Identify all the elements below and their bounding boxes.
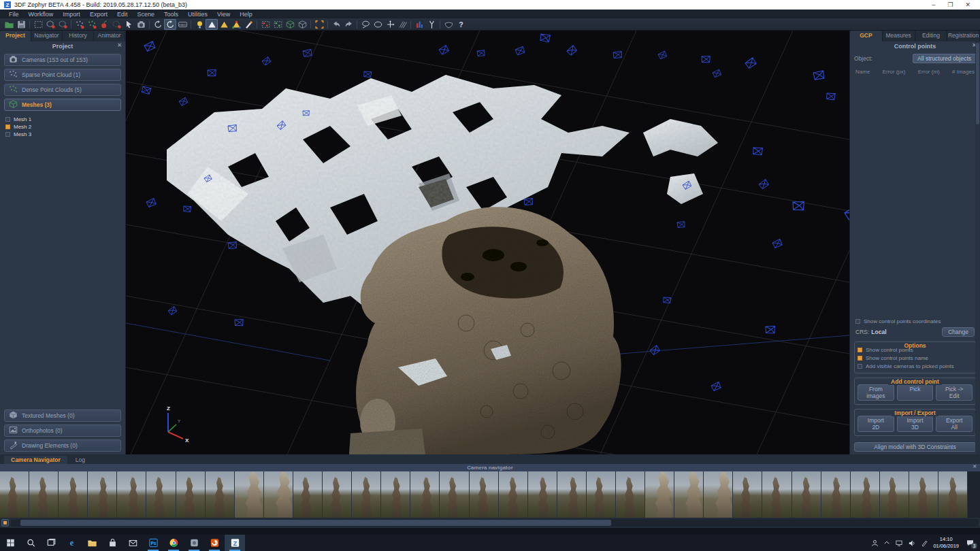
object-dropdown[interactable]: All structured objects bbox=[913, 54, 976, 63]
menu-tools[interactable]: Tools bbox=[159, 11, 183, 18]
histogram-icon[interactable] bbox=[413, 19, 425, 30]
mesh-shaded-icon[interactable] bbox=[218, 19, 230, 30]
camera-marker[interactable] bbox=[662, 295, 672, 305]
camera-thumbnail[interactable] bbox=[59, 471, 88, 518]
camera-thumbnail[interactable] bbox=[557, 471, 587, 518]
cameras-153-out-of-153--button[interactable]: Cameras (153 out of 153) bbox=[4, 54, 121, 66]
camera-thumbnail[interactable] bbox=[88, 471, 117, 518]
thumbnail-scrollbar[interactable] bbox=[11, 519, 979, 527]
orthophotos-0--button[interactable]: Orthophotos (0) bbox=[4, 424, 121, 437]
camera-marker[interactable] bbox=[566, 45, 577, 56]
open-project-icon[interactable] bbox=[3, 19, 15, 30]
camera-thumbnail[interactable] bbox=[293, 471, 323, 518]
menu-import[interactable]: Import bbox=[58, 11, 85, 18]
sparse-point-cloud-1--button[interactable]: Sparse Point Cloud (1) bbox=[4, 69, 121, 81]
camera-thumbnail[interactable] bbox=[762, 471, 791, 518]
mesh-visibility-checkbox[interactable] bbox=[5, 124, 10, 129]
menu-export[interactable]: Export bbox=[85, 11, 112, 18]
dense-point-clouds-5--button[interactable]: Dense Point Clouds (5) bbox=[4, 84, 121, 96]
search-button[interactable] bbox=[20, 535, 41, 551]
tray-chevron-icon[interactable] bbox=[883, 539, 890, 546]
camera-marker[interactable] bbox=[844, 206, 849, 220]
camera-marker[interactable] bbox=[227, 240, 238, 250]
menu-edit[interactable]: Edit bbox=[112, 11, 133, 18]
option-checkbox[interactable] bbox=[858, 356, 862, 361]
menu-file[interactable]: File bbox=[4, 11, 24, 18]
camera-thumbnail[interactable] bbox=[733, 471, 762, 518]
bounding-box-icon[interactable] bbox=[32, 19, 44, 30]
mesh-list-item[interactable]: Mesh 1 bbox=[5, 116, 120, 122]
dense-cloud-icon[interactable] bbox=[8, 84, 18, 95]
camera-marker[interactable] bbox=[438, 45, 449, 55]
mesh-flat-icon[interactable] bbox=[206, 19, 218, 30]
drawing-elements-icon[interactable] bbox=[8, 440, 18, 451]
camera-thumbnail[interactable] bbox=[938, 471, 968, 518]
camera-marker[interactable] bbox=[233, 318, 244, 328]
camera-thumbnail[interactable] bbox=[587, 471, 616, 518]
people-icon[interactable] bbox=[871, 539, 879, 547]
camera-thumbnail[interactable] bbox=[470, 471, 499, 518]
column-header[interactable]: # Images bbox=[952, 69, 975, 75]
camera-thumbnail[interactable] bbox=[29, 471, 59, 518]
transform-gizmo-icon[interactable] bbox=[384, 19, 396, 30]
import-3d-button[interactable]: Import 3D bbox=[897, 416, 934, 432]
import-2d-button[interactable]: Import 2D bbox=[858, 416, 894, 432]
control-points-list[interactable] bbox=[850, 78, 980, 317]
align-model-button[interactable]: Align model with 3D Constraints bbox=[854, 442, 976, 452]
camera-marker[interactable] bbox=[146, 198, 156, 207]
camera-thumbnail[interactable] bbox=[616, 471, 645, 518]
camera-marker[interactable] bbox=[476, 49, 486, 57]
sparse-cloud-icon[interactable] bbox=[8, 69, 18, 80]
chrome-app[interactable] bbox=[163, 535, 184, 551]
pen-icon[interactable] bbox=[921, 539, 928, 547]
camera-marker[interactable] bbox=[363, 69, 373, 79]
mesh-wire-icon[interactable] bbox=[284, 19, 296, 30]
paint-brush-icon[interactable] bbox=[242, 19, 255, 30]
dock-tab-camera-navigator[interactable]: Camera Navigator bbox=[4, 456, 67, 464]
camera-marker[interactable] bbox=[649, 345, 661, 356]
taskbar-clock[interactable]: 14:10 01/06/2019 bbox=[933, 536, 959, 550]
pick-button[interactable]: Pick bbox=[897, 384, 934, 401]
option-checkbox[interactable] bbox=[858, 364, 862, 369]
camera-thumbnail[interactable] bbox=[381, 471, 410, 518]
select-points-green-icon[interactable] bbox=[86, 19, 98, 30]
camera-marker[interactable] bbox=[144, 41, 155, 51]
help-icon[interactable]: ? bbox=[455, 19, 467, 30]
mesh-visibility-checkbox[interactable] bbox=[5, 117, 10, 122]
export-all-button[interactable]: Export All bbox=[936, 416, 973, 432]
meshes-icon[interactable] bbox=[8, 99, 18, 110]
mask-icon[interactable] bbox=[442, 19, 455, 30]
tab-navigator[interactable]: Navigator bbox=[31, 31, 63, 41]
camera-thumbnail[interactable] bbox=[176, 471, 206, 518]
snapshot-camera-icon[interactable] bbox=[135, 19, 147, 30]
camera-thumbnail[interactable] bbox=[528, 471, 557, 518]
undo-icon[interactable] bbox=[330, 19, 342, 30]
spiral-app[interactable] bbox=[204, 535, 225, 551]
camera-thumbnail[interactable] bbox=[264, 471, 293, 518]
camera-marker[interactable] bbox=[813, 70, 825, 81]
hatch-fill-icon[interactable] bbox=[396, 19, 408, 30]
pick-cursor-icon[interactable] bbox=[122, 19, 135, 30]
camera-thumbnail[interactable] bbox=[117, 471, 146, 518]
mesh-list-item[interactable]: Mesh 3 bbox=[5, 131, 120, 137]
camera-thumbnail[interactable] bbox=[851, 471, 880, 518]
show-coords-row[interactable]: Show control points coordinates bbox=[850, 317, 980, 326]
tab-measures[interactable]: Measures bbox=[883, 31, 915, 41]
tab-history[interactable]: History bbox=[63, 31, 94, 41]
camera-thumbnail[interactable] bbox=[645, 471, 674, 518]
meshes-3--button[interactable]: Meshes (3) bbox=[4, 99, 121, 111]
thumbnail-scrollbar-thumb[interactable] bbox=[20, 520, 610, 526]
camera-marker[interactable] bbox=[261, 56, 272, 66]
pick-edit-button[interactable]: Pick -> Edit bbox=[936, 384, 973, 401]
camera-marker[interactable] bbox=[825, 91, 836, 102]
zephyr-app[interactable]: Z bbox=[225, 535, 245, 551]
mesh-list-item[interactable]: Mesh 2 bbox=[5, 124, 120, 130]
camera-marker[interactable] bbox=[712, 69, 721, 78]
right-panel-scrollbar[interactable] bbox=[975, 41, 980, 454]
start-button[interactable] bbox=[0, 535, 20, 551]
option-row[interactable]: Show control points name bbox=[858, 355, 973, 361]
select-points-red-icon[interactable] bbox=[74, 19, 86, 30]
camera-thumbnail[interactable] bbox=[410, 471, 440, 518]
camera-thumbnail[interactable] bbox=[792, 471, 821, 518]
orbit-constrained-icon[interactable] bbox=[164, 19, 176, 30]
